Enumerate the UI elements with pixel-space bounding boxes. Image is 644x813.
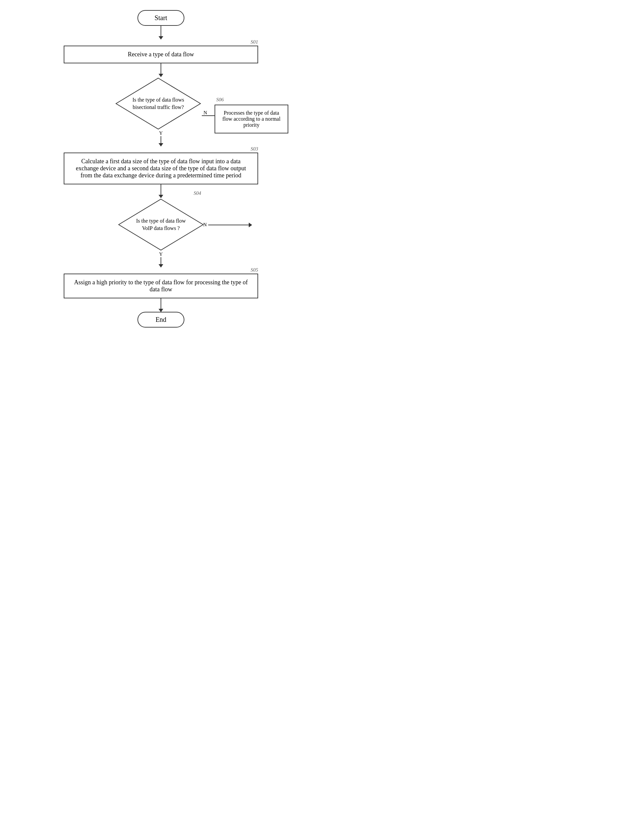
s05-box: Assign a high priority to the type of da… [64,273,258,298]
s04-label: S04 [194,190,201,196]
s02-section: Is the type of data flows bisectional tr… [34,77,288,146]
end-terminal: End [138,312,184,328]
s04-diamond: Is the type of data flow VoIP data flows… [117,198,204,252]
s05-label: S05 [251,267,259,273]
start-terminal: Start [138,10,184,26]
arrow-s02-s03 [161,136,161,146]
s01-label: S01 [251,39,259,45]
s01-box: Receive a type of data flow [64,46,258,63]
s06-section: S06 Processes the type of data flow acco… [215,97,288,133]
arrow-s01-s02 [161,63,161,77]
s04-y-label: Y [159,252,163,257]
s02-y-label: Y [159,130,163,136]
arrow-s05-end [161,298,161,312]
s04-n-label: N [203,222,207,228]
s02-diamond: Is the type of data flows bisectional tr… [115,77,202,130]
s04-text: Is the type of data flow VoIP data flows… [131,217,191,232]
s06-box: Processes the type of data flow accordin… [215,104,288,133]
arrow-s03-s04 [161,184,161,198]
s04-section: S04 Is the type of data flow VoIP data f… [34,198,288,267]
arrow-s04-s05 [161,257,161,267]
s03-label: S03 [251,146,259,152]
s03-box: Calculate a first data size of the type … [64,153,258,184]
s06-label: S06 [216,97,224,103]
flowchart-container: Start S01 Receive a type of data flow Is… [34,10,288,328]
flowchart-diagram: Start S01 Receive a type of data flow Is… [34,10,288,328]
s02-n-label: N [204,110,207,116]
s02-text: Is the type of data flows bisectional tr… [128,96,189,111]
arrow-start-s01 [161,26,161,39]
